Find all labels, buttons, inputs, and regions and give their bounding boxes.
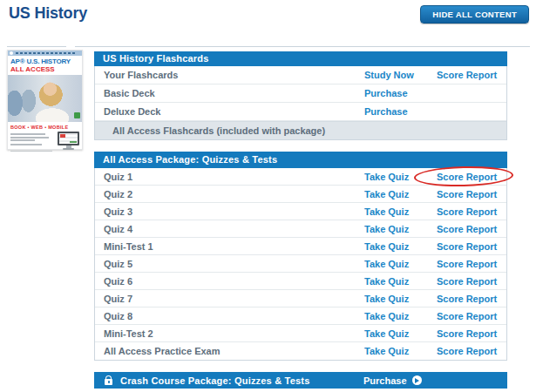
crash-course-left: Crash Course Package: Quizzes & Tests <box>94 375 363 386</box>
row-label: Basic Deck <box>95 88 364 98</box>
cover-series-title: AP® U.S. HISTORY <box>8 56 82 65</box>
cover-text-line <box>10 137 49 139</box>
table-row: Quiz 4 Take Quiz Score Report <box>95 220 506 238</box>
content-column: US History Flashcards Your Flashcards St… <box>94 51 507 389</box>
flashcards-rows: Your Flashcards Study Now Score Report B… <box>95 66 506 121</box>
primary-action-link[interactable]: Purchase <box>364 106 437 117</box>
table-row: Quiz 5 Take Quiz Score Report <box>95 255 506 273</box>
table-row: Quiz 6 Take Quiz Score Report <box>95 273 506 290</box>
table-row: Quiz 1 Take Quiz Score Report <box>95 168 506 186</box>
cover-text-line <box>10 133 45 135</box>
primary-action-link[interactable]: Purchase <box>364 88 437 98</box>
table-row: Mini-Test 2 Take Quiz Score Report <box>95 325 506 342</box>
laptop-base <box>63 148 74 150</box>
crash-course-bar: Crash Course Package: Quizzes & Tests Pu… <box>94 372 507 389</box>
flashcards-table-header: US History Flashcards <box>94 51 507 66</box>
row-label: Mini-Test 1 <box>95 241 364 252</box>
page-title: US History <box>9 4 87 23</box>
score-report-link[interactable]: Score Report <box>437 276 506 287</box>
divider-line <box>75 46 530 47</box>
rea-green-logo-icon <box>74 112 80 118</box>
row-label: Quiz 6 <box>95 276 364 287</box>
score-report-link[interactable]: Score Report <box>437 294 506 304</box>
quizzes-table-header: All Access Package: Quizzes & Tests <box>94 152 507 168</box>
row-label: Quiz 8 <box>95 311 364 321</box>
score-report-link[interactable]: Score Report <box>437 259 506 269</box>
take-quiz-link[interactable]: Take Quiz <box>364 294 437 304</box>
row-label: Your Flashcards <box>95 70 364 80</box>
take-quiz-link[interactable]: Take Quiz <box>364 189 437 199</box>
hide-all-content-button[interactable]: HIDE ALL CONTENT <box>420 5 529 24</box>
cover-edition-title: ALL ACCESS <box>8 65 82 73</box>
take-quiz-link[interactable]: Take Quiz <box>364 241 437 252</box>
take-quiz-link[interactable]: Take Quiz <box>364 206 437 217</box>
row-label: Quiz 3 <box>95 206 364 217</box>
laptop-screen <box>58 132 79 145</box>
take-quiz-link[interactable]: Take Quiz <box>364 276 437 287</box>
take-quiz-link[interactable]: Take Quiz <box>364 259 437 269</box>
table-row: Quiz 8 Take Quiz Score Report <box>95 308 506 325</box>
table-row: Your Flashcards Study Now Score Report <box>95 66 506 84</box>
score-report-link[interactable]: Score Report <box>437 189 506 199</box>
cover-text-line <box>10 144 42 145</box>
row-label: Quiz 4 <box>95 224 364 234</box>
row-label: All Access Practice Exam <box>95 346 364 356</box>
divider-line <box>7 46 66 47</box>
flashcards-table: US History Flashcards Your Flashcards St… <box>94 51 507 140</box>
cover-text-line <box>10 151 52 152</box>
cover-text-line <box>10 139 35 141</box>
quizzes-table: All Access Package: Quizzes & Tests Quiz… <box>94 152 507 361</box>
score-report-link[interactable]: Score Report <box>437 346 506 356</box>
cover-fine-print <box>8 132 82 156</box>
score-report-link[interactable]: Score Report <box>437 311 506 321</box>
table-row: Quiz 2 Take Quiz Score Report <box>95 186 506 203</box>
row-label: Quiz 1 <box>95 172 364 182</box>
crash-course-purchase-link[interactable]: Purchase <box>363 375 507 386</box>
cover-student-photo <box>8 75 82 122</box>
take-quiz-link[interactable]: Take Quiz <box>364 311 437 321</box>
table-row: All Access Practice Exam Take Quiz Score… <box>95 342 506 360</box>
table-row: Mini-Test 1 Take Quiz Score Report <box>95 238 506 255</box>
score-report-link[interactable]: Score Report <box>437 70 506 80</box>
score-report-link[interactable]: Score Report <box>437 224 506 234</box>
purchase-arrow-icon <box>412 375 422 385</box>
quizzes-rows: Quiz 1 Take Quiz Score Report Quiz 2 Tak… <box>95 168 506 360</box>
take-quiz-link[interactable]: Take Quiz <box>364 224 437 234</box>
score-report-link[interactable]: Score Report <box>437 172 506 182</box>
included-flashcards-note: All Access Flashcards (included with pac… <box>95 121 506 139</box>
laptop-graphic <box>58 132 79 150</box>
row-label: Quiz 7 <box>95 294 364 304</box>
row-label: Deluxe Deck <box>95 106 364 117</box>
lock-icon <box>105 379 112 385</box>
score-report-link[interactable]: Score Report <box>437 206 506 217</box>
row-label: Quiz 2 <box>95 189 364 199</box>
table-row: Quiz 7 Take Quiz Score Report <box>95 290 506 308</box>
score-report-link[interactable]: Score Report <box>437 241 506 252</box>
score-report-link[interactable]: Score Report <box>437 328 506 339</box>
cover-top-banner <box>8 51 82 56</box>
cover-tagline: BOOK • WEB • MOBILE <box>8 122 82 130</box>
take-quiz-link[interactable]: Take Quiz <box>364 346 437 356</box>
table-row: Basic Deck Purchase <box>95 84 506 103</box>
take-quiz-link[interactable]: Take Quiz <box>364 172 437 182</box>
book-cover-thumbnail: AP® U.S. HISTORY ALL ACCESS BOOK • WEB •… <box>7 50 83 150</box>
quizzes-table-body: Quiz 1 Take Quiz Score Report Quiz 2 Tak… <box>94 168 507 361</box>
take-quiz-link[interactable]: Take Quiz <box>364 328 437 339</box>
table-row: Deluxe Deck Purchase <box>95 103 506 121</box>
crash-course-label: Crash Course Package: Quizzes & Tests <box>120 375 310 386</box>
study-center-page: US History HIDE ALL CONTENT AP® U.S. HIS… <box>0 0 543 392</box>
primary-action-link[interactable]: Study Now <box>364 70 437 80</box>
flashcards-table-body: Your Flashcards Study Now Score Report B… <box>94 66 507 140</box>
row-label: Quiz 5 <box>95 259 364 269</box>
table-row: Quiz 3 Take Quiz Score Report <box>95 203 506 220</box>
row-label: Mini-Test 2 <box>95 328 364 339</box>
purchase-label: Purchase <box>363 375 407 386</box>
